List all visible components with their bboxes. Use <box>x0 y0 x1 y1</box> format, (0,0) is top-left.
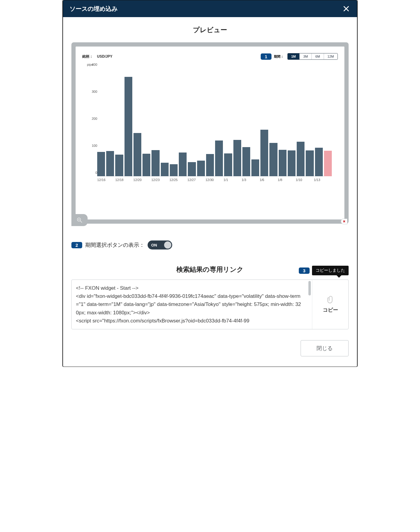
clip-icon <box>326 295 335 304</box>
preview-heading: プレビュー <box>71 26 349 35</box>
term-display-toggle[interactable]: ON <box>148 240 172 249</box>
step-badge-3: 3 <box>299 268 310 274</box>
bar <box>97 152 105 176</box>
term-button-group: 1M3M6M12M <box>287 53 338 60</box>
x-tick: 12/20 <box>133 178 151 182</box>
close-button[interactable]: 閉じる <box>301 340 349 356</box>
x-tick: 1/13 <box>314 178 332 182</box>
toggle-text: ON <box>151 243 157 247</box>
x-tick: 1/10 <box>296 178 314 182</box>
tooltip-area: 3 コピーしました <box>299 266 349 275</box>
embed-code-box: <!-- FXON widget - Start --> <div id="fx… <box>71 280 349 329</box>
bar <box>179 153 187 176</box>
preview-card: 銘柄： USD/JPY 1 期間： 1M3M6M12M pips 0100200… <box>76 47 344 219</box>
link-title-row: 検索結果の専用リンク 3 コピーしました <box>71 265 349 274</box>
bar <box>224 153 232 176</box>
y-tick: 0 <box>87 171 97 174</box>
modal-footer: 閉じる <box>71 340 349 356</box>
term-button-6M[interactable]: 6M <box>312 53 324 59</box>
close-icon[interactable] <box>342 5 350 13</box>
copy-label: コピー <box>323 307 338 313</box>
x-tick: 12/25 <box>170 178 188 182</box>
scrollbar-track[interactable] <box>307 280 312 329</box>
symbol-label: 銘柄： <box>82 54 93 59</box>
bar <box>324 151 332 177</box>
x-tick: 12/23 <box>151 178 169 182</box>
copy-button[interactable]: コピー <box>312 280 348 329</box>
bar <box>233 140 241 177</box>
bar <box>124 77 132 176</box>
bar <box>134 133 141 176</box>
svg-point-1 <box>78 219 80 220</box>
step-badge-2: 2 <box>71 242 82 248</box>
symbol-area: 銘柄： USD/JPY <box>82 54 112 59</box>
x-axis: 12/1612/1812/2012/2312/2512/2712/301/11/… <box>97 178 332 182</box>
bar <box>306 150 314 176</box>
bar <box>251 159 259 176</box>
term-button-1M[interactable]: 1M <box>288 53 300 59</box>
x-tick: 1/3 <box>242 178 260 182</box>
plot-area: 0100200300400 <box>97 68 332 176</box>
term-label: 期間： <box>274 54 284 59</box>
bar <box>115 155 123 176</box>
y-tick: 300 <box>87 90 97 93</box>
x-tick: 12/30 <box>206 178 224 182</box>
bar <box>197 161 205 176</box>
y-tick: 400 <box>87 63 97 66</box>
term-button-3M[interactable]: 3M <box>300 53 312 59</box>
embed-code-text[interactable]: <!-- FXON widget - Start --> <div id="fx… <box>72 280 307 329</box>
bar <box>279 150 286 176</box>
chart-area: pips 0100200300400 12/1612/1812/2012/231… <box>85 68 338 182</box>
y-axis: 0100200300400 <box>87 68 97 176</box>
bar <box>152 150 159 176</box>
copied-tooltip: コピーしました <box>312 266 349 275</box>
term-toggle-row: 2 期間選択ボタンの表示： ON <box>71 240 349 249</box>
bar <box>215 141 223 176</box>
x-tick: 1/8 <box>278 178 296 182</box>
bar <box>242 147 250 176</box>
x-tick: 1/1 <box>224 178 242 182</box>
bar <box>106 151 114 176</box>
link-block: 検索結果の専用リンク 3 コピーしました <!-- FXON widget - … <box>71 265 349 329</box>
zoom-tab[interactable] <box>71 214 88 226</box>
modal-body: プレビュー 銘柄： USD/JPY 1 期間： 1M3M6M12M pips <box>63 17 357 367</box>
bar <box>188 162 196 176</box>
symbol-value: USD/JPY <box>97 54 112 59</box>
scrollbar-thumb[interactable] <box>308 281 311 295</box>
brand-chip[interactable]: ✖ <box>341 219 347 224</box>
bar <box>161 163 169 176</box>
x-tick: 1/6 <box>260 178 278 182</box>
bar <box>315 148 323 176</box>
bar <box>297 142 304 176</box>
y-tick: 200 <box>87 117 97 120</box>
link-title: 検索結果の専用リンク <box>176 265 244 274</box>
chart-topline: 銘柄： USD/JPY 1 期間： 1M3M6M12M <box>82 53 338 60</box>
x-tick: 12/16 <box>97 178 115 182</box>
term-button-12M[interactable]: 12M <box>324 53 338 59</box>
bar <box>269 143 277 176</box>
bar <box>288 150 296 176</box>
bar <box>206 154 214 176</box>
bar <box>142 154 150 176</box>
bar <box>170 164 178 177</box>
bar <box>260 130 268 176</box>
term-area: 1 期間： 1M3M6M12M <box>261 53 338 60</box>
toggle-label: 期間選択ボタンの表示： <box>85 241 145 249</box>
modal-title: ソースの埋め込み <box>70 5 118 13</box>
x-tick: 12/27 <box>188 178 206 182</box>
embed-source-modal: ソースの埋め込み プレビュー 銘柄： USD/JPY 1 期間： 1M3M6M <box>63 0 357 367</box>
y-tick: 100 <box>87 144 97 147</box>
step-badge-1: 1 <box>261 53 272 60</box>
x-tick: 12/18 <box>115 178 133 182</box>
modal-header: ソースの埋め込み <box>63 0 357 17</box>
preview-frame: 銘柄： USD/JPY 1 期間： 1M3M6M12M pips 0100200… <box>71 42 349 224</box>
bars-container <box>97 68 332 176</box>
toggle-knob <box>164 241 171 249</box>
